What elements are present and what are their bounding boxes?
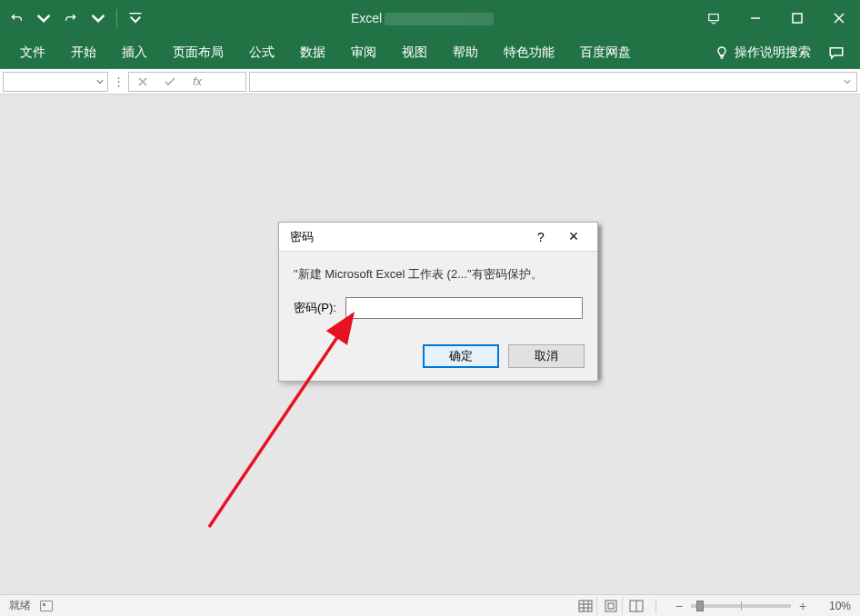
title-text: Excel [351,11,382,25]
dialog-buttons: 确定 取消 [279,344,597,381]
expand-namebox[interactable]: ⋮ [111,75,125,88]
view-normal-button[interactable] [574,597,597,615]
svg-rect-14 [605,601,616,611]
tab-label: 页面布局 [173,45,224,61]
tab-label: 视图 [402,45,427,61]
tab-formulas[interactable]: 公式 [236,36,287,69]
zoom-in-button[interactable]: + [796,600,809,612]
dialog-title: 密码 [290,229,525,245]
close-icon: × [569,227,579,246]
tab-view[interactable]: 视图 [389,36,440,69]
cancel-button[interactable]: 取消 [508,344,585,368]
view-page-layout-button[interactable] [599,597,623,615]
ribbon-tabs: 文件 开始 插入 页面布局 公式 数据 审阅 视图 帮助 特色功能 百度网盘 操… [0,36,860,69]
undo-button[interactable] [4,5,29,32]
redo-button[interactable] [58,5,84,32]
tab-review[interactable]: 审阅 [338,36,389,69]
chevron-down-icon [844,78,851,85]
window-controls [693,0,860,36]
tab-file[interactable]: 文件 [7,36,58,69]
svg-rect-3 [793,14,802,23]
formula-input[interactable] [250,73,856,91]
status-bar: 就绪 − + 10% [0,594,860,616]
title-redacted [385,13,494,25]
tab-label: 帮助 [453,45,478,61]
qat-divider [116,9,117,27]
dialog-title-bar[interactable]: 密码 ? × [279,223,597,252]
tab-label: 数据 [300,45,325,61]
svg-rect-9 [579,601,592,611]
password-dialog: 密码 ? × "新建 Microsoft Excel 工作表 (2..."有密码… [278,222,598,382]
insert-function-button[interactable]: fx [184,73,211,91]
tab-special[interactable]: 特色功能 [491,36,567,69]
slider-center-mark [741,601,742,611]
comment-icon [828,45,845,61]
share-button[interactable] [820,45,853,61]
tab-insert[interactable]: 插入 [109,36,160,69]
redo-dropdown[interactable] [85,5,111,32]
help-icon: ? [537,230,545,244]
password-input[interactable] [345,297,583,319]
minus-icon: − [675,599,683,613]
tab-label: 百度网盘 [580,45,631,61]
status-left: 就绪 [9,598,53,613]
window-title: Excel [152,11,693,25]
x-icon [137,76,148,87]
tab-label: 公式 [249,45,275,61]
svg-rect-15 [608,603,614,609]
title-bar: Excel [0,0,860,36]
name-box-wrap [0,72,111,92]
tell-me-search[interactable]: 操作说明搜索 [705,45,820,61]
zoom-slider-thumb[interactable] [696,601,704,611]
macro-record-icon[interactable] [40,601,53,611]
ribbon-options-button[interactable] [693,0,735,36]
quick-access-toolbar [0,5,152,32]
cancel-formula-button[interactable] [129,73,156,91]
zoom-percent[interactable]: 10% [818,600,851,612]
page-icon [604,600,618,612]
grid-icon [578,600,593,612]
formula-input-wrap [249,72,857,92]
dialog-close-button[interactable]: × [557,223,590,252]
tab-label: 特色功能 [504,45,555,61]
fx-label: fx [193,75,201,88]
tab-label: 审阅 [351,45,376,61]
lightbulb-icon [715,45,729,60]
view-page-break-button[interactable] [625,597,648,615]
close-button[interactable] [818,0,860,36]
tell-me-label: 操作说明搜索 [735,45,811,61]
ok-button[interactable]: 确定 [423,344,499,368]
minimize-button[interactable] [735,0,776,36]
check-icon [164,76,176,87]
ok-label: 确定 [449,349,473,363]
formula-buttons: fx [128,72,246,92]
status-ready: 就绪 [9,598,31,613]
tab-data[interactable]: 数据 [287,36,338,69]
password-label: 密码(P): [294,300,336,316]
zoom-controls: − + 10% [673,600,851,612]
svg-rect-1 [709,15,719,21]
dialog-body: "新建 Microsoft Excel 工作表 (2..."有密码保护。 密码(… [279,252,597,344]
page-break-icon [629,600,644,612]
maximize-button[interactable] [776,0,818,36]
dialog-help-button[interactable]: ? [525,223,557,252]
plus-icon: + [799,599,806,613]
formula-bar: ⋮ fx [0,69,860,94]
qat-customize-dropdown[interactable] [123,5,148,32]
enter-formula-button[interactable] [156,73,184,91]
name-box[interactable] [3,72,108,92]
tab-label: 开始 [71,45,96,61]
tab-baidu[interactable]: 百度网盘 [567,36,644,69]
zoom-slider[interactable] [691,604,791,608]
undo-dropdown[interactable] [31,5,56,32]
tab-page-layout[interactable]: 页面布局 [160,36,236,69]
status-right: − + 10% [574,597,851,615]
cancel-label: 取消 [535,349,558,363]
ribbon-right: 操作说明搜索 [705,45,853,61]
dialog-message: "新建 Microsoft Excel 工作表 (2..."有密码保护。 [294,266,583,283]
tab-label: 插入 [122,45,147,61]
tab-label: 文件 [20,45,45,61]
tab-home[interactable]: 开始 [58,36,109,69]
tab-help[interactable]: 帮助 [440,36,491,69]
zoom-out-button[interactable]: − [673,600,685,612]
